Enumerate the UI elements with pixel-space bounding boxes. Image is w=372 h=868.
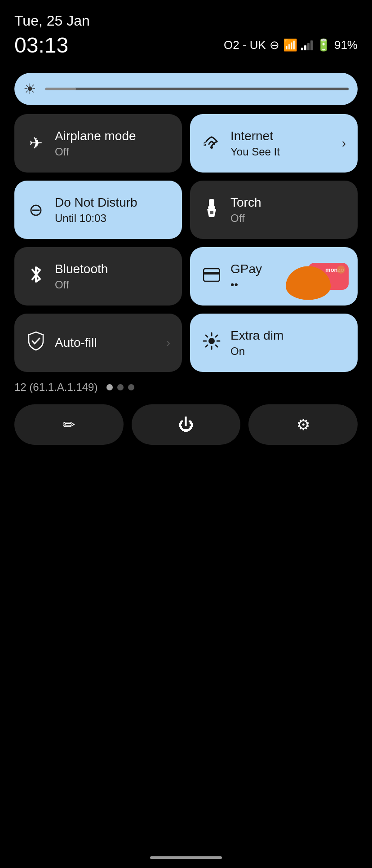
tile-autofill-title: Auto-fill: [55, 335, 157, 350]
svg-point-8: [208, 338, 215, 344]
settings-button[interactable]: ⚙: [248, 404, 358, 445]
bottom-section: 12 (61.1.A.1.149) ✏ ⏻ ⚙: [14, 381, 358, 445]
page-dot-2: [117, 384, 124, 390]
signal-bar-4: [310, 40, 313, 50]
tile-autofill-text: Auto-fill: [55, 335, 157, 350]
tile-torch-subtitle: Off: [230, 212, 346, 225]
tile-bluetooth-text: Bluetooth Off: [55, 261, 170, 291]
home-indicator: [150, 856, 222, 859]
tile-autofill[interactable]: Auto-fill ›: [14, 314, 182, 372]
gpay-card-dot: [337, 266, 345, 274]
torch-icon: [202, 199, 221, 221]
tile-torch-text: Torch Off: [230, 195, 346, 225]
tiles-grid: ✈ Airplane mode Off 5 Internet You See I…: [14, 114, 358, 372]
power-icon: ⏻: [178, 416, 194, 434]
svg-line-14: [216, 345, 217, 347]
tile-internet-text: Internet You See It: [230, 128, 333, 158]
gpay-icon: [202, 267, 221, 286]
svg-line-15: [216, 335, 217, 337]
tile-internet-subtitle: You See It: [230, 146, 333, 158]
tile-torch-title: Torch: [230, 195, 346, 210]
brightness-icon: ☀: [23, 80, 36, 97]
tile-extra-dim[interactable]: Extra dim On: [190, 314, 358, 372]
svg-rect-2: [209, 199, 214, 206]
shield-icon: [26, 331, 46, 355]
tile-airplane-mode[interactable]: ✈ Airplane mode Off: [14, 114, 182, 173]
airplane-icon: ✈: [26, 134, 46, 153]
tile-bluetooth-title: Bluetooth: [55, 261, 170, 277]
brightness-fill: [45, 88, 76, 90]
charging-icon: 🔋: [316, 38, 331, 52]
tile-dnd-subtitle: Until 10:03: [55, 212, 170, 225]
tile-extra-dim-title: Extra dim: [230, 328, 346, 343]
page-dots: [106, 384, 134, 390]
svg-rect-3: [208, 206, 215, 209]
svg-line-13: [206, 335, 208, 337]
tile-airplane-text: Airplane mode Off: [55, 128, 170, 158]
edit-button[interactable]: ✏: [14, 404, 124, 445]
carrier-name: O2 - UK: [224, 38, 266, 52]
svg-rect-7: [204, 272, 220, 275]
tile-dnd-text: Do Not Disturb Until 10:03: [55, 195, 170, 225]
tile-bluetooth-subtitle: Off: [55, 279, 170, 291]
brightness-track: [45, 88, 349, 90]
version-row: 12 (61.1.A.1.149): [14, 381, 358, 394]
svg-line-16: [206, 345, 208, 347]
wifi-icon: 📶: [283, 38, 297, 52]
battery-percentage: 91%: [334, 38, 358, 52]
status-date: Tue, 25 Jan: [14, 13, 358, 29]
signal-bar-3: [307, 43, 310, 50]
svg-text:5: 5: [204, 142, 206, 147]
dnd-tile-icon: ⊖: [26, 200, 46, 220]
tile-airplane-subtitle: Off: [55, 146, 170, 158]
internet-chevron-icon: ›: [342, 136, 346, 151]
svg-rect-6: [204, 269, 220, 281]
tile-dnd-title: Do Not Disturb: [55, 195, 170, 210]
dnd-icon: ⊖: [270, 38, 279, 52]
extra-dim-icon: [202, 332, 221, 354]
status-bar: Tue, 25 Jan 03:13 O2 - UK ⊖ 📶 🔋 91%: [0, 0, 372, 62]
version-text: 12 (61.1.A.1.149): [14, 381, 97, 394]
tile-gpay[interactable]: GPay •• monzo: [190, 247, 358, 306]
signal-bars: [301, 40, 313, 50]
settings-icon: ⚙: [297, 416, 310, 434]
action-buttons: ✏ ⏻ ⚙: [14, 404, 358, 445]
status-icons: O2 - UK ⊖ 📶 🔋 91%: [224, 38, 358, 52]
page-dot-3: [128, 384, 134, 390]
status-time: 03:13: [14, 33, 68, 58]
svg-rect-5: [210, 211, 213, 214]
tile-torch[interactable]: Torch Off: [190, 181, 358, 239]
tile-bluetooth[interactable]: Bluetooth Off: [14, 247, 182, 306]
bluetooth-icon: [26, 265, 46, 288]
signal-bar-2: [304, 45, 306, 50]
brightness-slider[interactable]: ☀: [14, 73, 358, 105]
svg-point-1: [210, 146, 213, 149]
internet-wifi-icon: 5: [202, 133, 221, 153]
tile-extra-dim-subtitle: On: [230, 345, 346, 358]
page-dot-1: [106, 384, 113, 390]
tile-dnd[interactable]: ⊖ Do Not Disturb Until 10:03: [14, 181, 182, 239]
power-button[interactable]: ⏻: [132, 404, 241, 445]
autofill-chevron-icon: ›: [166, 336, 170, 350]
edit-icon: ✏: [62, 416, 75, 434]
tile-extra-dim-text: Extra dim On: [230, 328, 346, 358]
tile-airplane-title: Airplane mode: [55, 128, 170, 144]
tile-internet[interactable]: 5 Internet You See It ›: [190, 114, 358, 173]
tile-internet-title: Internet: [230, 128, 333, 144]
signal-bar-1: [301, 48, 303, 50]
